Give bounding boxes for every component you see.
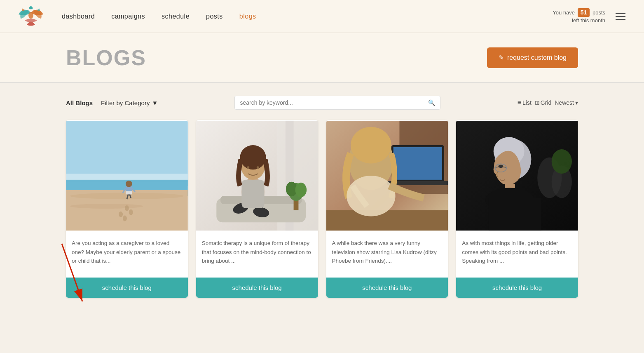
schedule-blog-button-3[interactable]: schedule this blog	[326, 278, 448, 298]
card-body-3: A while back there was a very funny tele…	[326, 233, 448, 272]
card-body-1: Are you acting as a caregiver to a loved…	[66, 233, 188, 272]
chevron-down-icon: ▼	[152, 99, 158, 106]
nav-campaigns[interactable]: campaigns	[111, 13, 145, 20]
nav-schedule[interactable]: schedule	[162, 13, 190, 20]
nav-dashboard[interactable]: dashboard	[62, 13, 95, 20]
list-icon: ≡	[518, 99, 521, 106]
card-text-1: Are you acting as a caregiver to a loved…	[72, 239, 182, 272]
blog-card-2: Somatic therapy is a unique form of ther…	[196, 120, 318, 298]
filter-all-blogs[interactable]: All Blogs	[66, 99, 93, 106]
card-text-2: Somatic therapy is a unique form of ther…	[202, 239, 312, 272]
svg-rect-30	[241, 180, 264, 208]
svg-point-38	[295, 183, 307, 197]
svg-rect-43	[393, 147, 442, 180]
card-text-3: A while back there was a very funny tele…	[332, 239, 443, 272]
svg-rect-16	[126, 191, 132, 194]
request-custom-blog-button[interactable]: ✎ request custom blog	[487, 47, 578, 68]
hamburger-menu[interactable]	[614, 11, 628, 22]
svg-point-0	[28, 12, 33, 19]
schedule-blog-button-1[interactable]: schedule this blog	[66, 278, 188, 298]
logo[interactable]	[16, 4, 45, 29]
svg-point-8	[70, 204, 143, 209]
view-list-label: List	[522, 99, 532, 106]
main-header: dashboard campaigns schedule posts blogs…	[0, 0, 644, 33]
filter-category-dropdown[interactable]: Filter by Category ▼	[101, 99, 158, 106]
svg-point-17	[126, 181, 132, 187]
svg-rect-41	[326, 210, 448, 231]
view-controls: ≡ List ⊞ Grid Newest ▾	[518, 99, 578, 106]
main-nav: dashboard campaigns schedule posts blogs	[62, 13, 553, 20]
page-header: BLOGS ✎ request custom blog	[0, 33, 644, 83]
blog-card-3: A while back there was a very funny tele…	[326, 120, 448, 298]
sort-label: Newest	[555, 99, 574, 106]
posts-count-badge: 51	[578, 8, 590, 17]
nav-posts[interactable]: posts	[206, 13, 223, 20]
sort-dropdown[interactable]: Newest ▾	[555, 99, 578, 106]
card-body-2: Somatic therapy is a unique form of ther…	[196, 233, 318, 272]
sort-chevron-icon: ▾	[575, 99, 578, 106]
card-image-laptop	[326, 120, 448, 231]
card-image-elderly	[456, 120, 578, 231]
search-icon[interactable]: 🔍	[428, 99, 435, 106]
schedule-blog-button-2[interactable]: schedule this blog	[196, 278, 318, 298]
blog-card-4: As with most things in life, getting old…	[456, 120, 578, 298]
card-text-4: As with most things in life, getting old…	[462, 239, 572, 272]
filter-category-label: Filter by Category	[101, 99, 150, 106]
page-title: BLOGS	[66, 45, 146, 70]
grid-icon: ⊞	[535, 99, 539, 106]
main-content: All Blogs Filter by Category ▼ 🔍 ≡ List …	[0, 83, 644, 310]
view-list-button[interactable]: ≡ List	[518, 99, 532, 106]
blog-card-1: Are you acting as a caregiver to a loved…	[66, 120, 188, 298]
svg-point-33	[247, 166, 249, 169]
card-image-therapy	[196, 120, 318, 231]
filter-bar: All Blogs Filter by Category ▼ 🔍 ≡ List …	[66, 96, 578, 110]
svg-point-32	[240, 145, 266, 169]
svg-point-11	[123, 216, 127, 221]
card-image-beach	[66, 120, 188, 231]
svg-point-9	[119, 212, 123, 217]
posts-left-text: You have 51 posts left this month	[553, 9, 605, 24]
cards-grid: Are you acting as a caregiver to a loved…	[66, 120, 578, 298]
search-input[interactable]	[240, 99, 428, 106]
edit-icon: ✎	[499, 54, 504, 61]
svg-point-34	[257, 166, 259, 169]
view-grid-button[interactable]: ⊞ Grid	[535, 99, 551, 106]
nav-blogs[interactable]: blogs	[239, 13, 256, 20]
search-container: 🔍	[234, 96, 440, 110]
card-body-4: As with most things in life, getting old…	[456, 233, 578, 272]
svg-point-46	[351, 127, 391, 164]
svg-point-47	[347, 176, 395, 217]
header-right: You have 51 posts left this month	[553, 8, 628, 25]
svg-point-12	[129, 209, 133, 215]
request-btn-label: request custom blog	[507, 54, 567, 61]
svg-point-51	[552, 149, 572, 174]
svg-rect-59	[489, 198, 541, 231]
view-grid-label: Grid	[541, 99, 551, 106]
schedule-blog-button-4[interactable]: schedule this blog	[456, 278, 578, 298]
svg-point-56	[499, 165, 503, 168]
svg-point-10	[125, 205, 129, 211]
posts-left-info: You have 51 posts left this month	[553, 8, 605, 25]
